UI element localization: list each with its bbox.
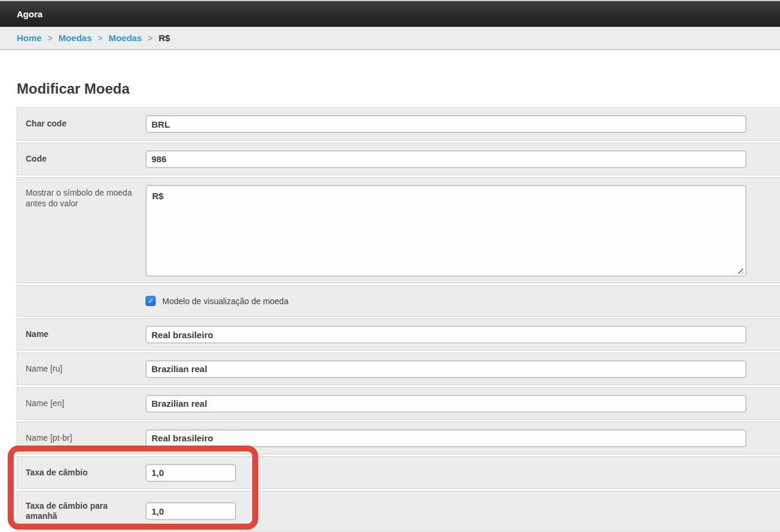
symbol-textarea-wrap: R$ — [146, 185, 747, 279]
form-row-name-ru: Name [ru] — [17, 352, 780, 385]
symbol-textarea[interactable]: R$ — [146, 185, 747, 277]
checkmark-icon: ✓ — [147, 298, 153, 305]
top-bar: Agora — [0, 0, 780, 27]
form-row-name: Name — [17, 318, 780, 351]
name-ptbr-input[interactable] — [146, 429, 747, 447]
chevron-right-icon: > — [98, 33, 103, 43]
breadcrumb-current: R$ — [159, 33, 170, 43]
currency-template-checkbox[interactable]: ✓ — [146, 296, 156, 306]
breadcrumb-link-moedas-1[interactable]: Moedas — [58, 33, 92, 43]
form-row-template-checkbox: ✓ Modelo de visualização de moeda — [17, 285, 780, 317]
char-code-input[interactable] — [146, 115, 747, 133]
breadcrumb: Home > Moedas > Moedas > R$ — [0, 27, 780, 50]
template-checkbox-label: Modelo de visualização de moeda — [162, 296, 289, 306]
symbol-label: Mostrar o símbolo de moeda antes do valo… — [17, 178, 137, 209]
chevron-right-icon: > — [48, 33, 52, 43]
form-row-symbol: Mostrar o símbolo de moeda antes do valo… — [17, 177, 780, 283]
name-ru-input[interactable] — [146, 360, 747, 378]
name-label: Name — [17, 329, 137, 340]
page-title: Modificar Moeda — [17, 81, 780, 97]
breadcrumb-link-moedas-2[interactable]: Moedas — [109, 33, 142, 43]
breadcrumb-link-home[interactable]: Home — [17, 33, 42, 43]
form-row-code: Code — [17, 143, 780, 175]
form-row-exchange-rate: Taxa de câmbio — [17, 456, 780, 489]
exchange-rate-tomorrow-label: Taxa de câmbio para amanhã — [17, 501, 137, 522]
form-row-char-code: Char code — [17, 107, 780, 141]
name-en-input[interactable] — [146, 395, 747, 413]
exchange-rate-input[interactable] — [146, 464, 236, 482]
exchange-rate-label: Taxa de câmbio — [17, 468, 137, 478]
name-input[interactable] — [146, 326, 747, 344]
name-ru-label: Name [ru] — [17, 364, 137, 375]
form-row-name-ptbr: Name [pt-br] — [17, 422, 780, 454]
code-input[interactable] — [146, 150, 747, 168]
form-row-name-en: Name [en] — [17, 387, 780, 420]
form-row-exchange-rate-tomorrow: Taxa de câmbio para amanhã — [17, 491, 780, 531]
app-title: Agora — [0, 1, 42, 27]
chevron-right-icon: > — [148, 33, 153, 43]
exchange-rate-tomorrow-input[interactable] — [146, 502, 236, 520]
main-content: Modificar Moeda Char code Code Mostrar o… — [0, 50, 780, 531]
name-en-label: Name [en] — [17, 398, 137, 409]
code-label: Code — [17, 154, 137, 165]
template-checkbox-group: ✓ Modelo de visualização de moeda — [146, 296, 289, 306]
name-ptbr-label: Name [pt-br] — [17, 433, 137, 444]
char-code-label: Char code — [17, 119, 137, 129]
currency-form: Char code Code Mostrar o símbolo de moed… — [17, 107, 780, 531]
